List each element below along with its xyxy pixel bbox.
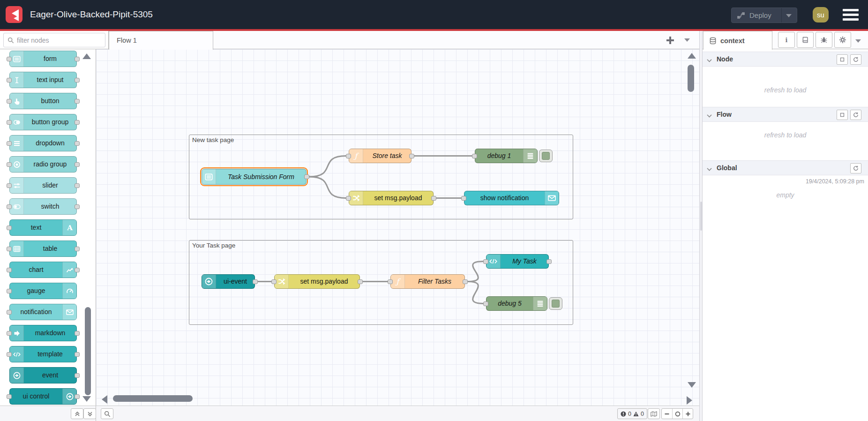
flow-node-tsf[interactable]: Task Submission Form [202, 169, 307, 185]
output-port[interactable] [75, 331, 80, 336]
output-port[interactable] [75, 162, 80, 167]
debug-toggle-button[interactable] [539, 150, 553, 162]
sidebar-menu-caret-icon[interactable] [855, 39, 861, 43]
input-port[interactable] [7, 120, 12, 125]
output-port[interactable] [304, 174, 309, 179]
palette-node-gauge[interactable]: gauge [9, 283, 77, 299]
palette-node-dropdown[interactable]: dropdown [9, 135, 77, 151]
add-flow-button[interactable] [664, 34, 676, 46]
input-port[interactable] [7, 394, 12, 399]
output-port[interactable] [463, 279, 468, 284]
output-port[interactable] [546, 259, 552, 264]
flow-canvas[interactable]: New task pageYour Task page Task Submiss… [96, 49, 699, 406]
input-port[interactable] [7, 78, 12, 83]
node-context-watch-button[interactable] [837, 54, 848, 65]
main-menu-button[interactable] [843, 9, 859, 21]
input-port[interactable] [7, 183, 12, 188]
node-context-refresh-button[interactable] [850, 54, 861, 65]
palette-node-ui-control[interactable]: ui control [9, 388, 77, 405]
sidebar-splitter-handle[interactable] [700, 202, 702, 231]
flow-node-store[interactable]: ƒStore task [349, 149, 412, 163]
palette-node-table[interactable]: table [9, 241, 77, 257]
output-port[interactable] [75, 352, 80, 357]
filter-nodes-input[interactable] [16, 34, 103, 46]
zoom-in-button[interactable] [682, 409, 693, 419]
help-tab-button[interactable] [797, 32, 814, 48]
palette-node-event[interactable]: event [9, 367, 77, 383]
input-port[interactable] [461, 196, 466, 201]
flow-node-filter[interactable]: ƒFilter Tasks [390, 274, 465, 289]
input-port[interactable] [7, 247, 12, 251]
flow-node-set2[interactable]: set msg.payload [274, 274, 360, 289]
palette-node-radio-group[interactable]: radio group [9, 156, 77, 173]
output-port[interactable] [431, 196, 436, 201]
flow-node-debug1[interactable]: debug 1 [475, 149, 538, 163]
output-port[interactable] [75, 373, 80, 378]
palette-node-markdown[interactable]: markdown [9, 325, 77, 341]
output-port[interactable] [75, 78, 80, 83]
palette-node-text[interactable]: textA [9, 219, 77, 236]
input-port[interactable] [346, 154, 351, 158]
debug-toggle-button[interactable] [549, 297, 562, 310]
flow-node-set1[interactable]: set msg.payload [349, 191, 434, 205]
output-port[interactable] [75, 268, 80, 272]
output-port[interactable] [75, 247, 80, 251]
output-port[interactable] [253, 279, 258, 284]
palette-scroll-down[interactable] [82, 396, 91, 402]
input-port[interactable] [7, 310, 12, 315]
input-port[interactable] [483, 301, 488, 306]
output-port[interactable] [75, 204, 80, 209]
canvas-search-button[interactable] [101, 408, 113, 419]
palette-node-chart[interactable]: chart [9, 262, 77, 278]
output-port[interactable] [409, 154, 414, 158]
palette-expand-all-button[interactable] [83, 408, 96, 419]
input-port[interactable] [483, 259, 488, 264]
palette-node-button-group[interactable]: button group [9, 114, 77, 130]
input-port[interactable] [7, 331, 12, 336]
palette-scrollbar-thumb[interactable] [85, 307, 91, 395]
config-tab-button[interactable] [834, 32, 851, 48]
input-port[interactable] [7, 352, 12, 357]
debug-tab-button[interactable] [816, 32, 832, 48]
flow-node-uievent[interactable]: ui-event [202, 274, 255, 289]
input-port[interactable] [271, 279, 277, 284]
palette-node-notification[interactable]: notification [9, 304, 77, 320]
input-port[interactable] [7, 141, 12, 146]
input-port[interactable] [7, 226, 12, 230]
palette-node-form[interactable]: form [9, 51, 77, 67]
input-port[interactable] [7, 204, 12, 209]
zoom-out-button[interactable] [662, 409, 672, 419]
palette-scroll-up[interactable] [82, 53, 91, 59]
input-port[interactable] [7, 289, 12, 293]
palette-collapse-all-button[interactable] [71, 408, 83, 419]
context-section-flow[interactable]: Flow [703, 107, 868, 122]
input-port[interactable] [472, 154, 477, 158]
context-section-node[interactable]: Node [703, 52, 868, 67]
palette-node-button[interactable]: button [9, 93, 77, 109]
context-section-global[interactable]: Global [703, 160, 868, 175]
zoom-reset-button[interactable] [672, 409, 682, 419]
tab-context[interactable]: context [703, 31, 772, 50]
output-port[interactable] [75, 394, 80, 399]
input-port[interactable] [7, 162, 12, 167]
flow-context-refresh-button[interactable] [850, 110, 861, 120]
palette-node-template[interactable]: template [9, 346, 77, 362]
flow-list-caret-icon[interactable] [684, 38, 690, 42]
deploy-options-caret-icon[interactable] [786, 14, 792, 17]
input-port[interactable] [7, 268, 12, 272]
palette-node-slider[interactable]: slider [9, 177, 77, 194]
output-port[interactable] [75, 183, 80, 188]
output-port[interactable] [75, 141, 80, 146]
palette-search[interactable] [3, 33, 105, 47]
global-context-refresh-button[interactable] [850, 163, 861, 173]
output-port[interactable] [75, 99, 80, 104]
output-port[interactable] [75, 120, 80, 125]
user-avatar[interactable]: su [813, 7, 829, 23]
info-tab-button[interactable]: i [778, 32, 795, 48]
output-port[interactable] [75, 57, 80, 61]
input-port[interactable] [7, 57, 12, 61]
input-port[interactable] [388, 279, 393, 284]
flow-node-debug5[interactable]: debug 5 [486, 296, 547, 311]
output-port[interactable] [358, 279, 363, 284]
flow-node-notif[interactable]: show notification [464, 191, 559, 205]
